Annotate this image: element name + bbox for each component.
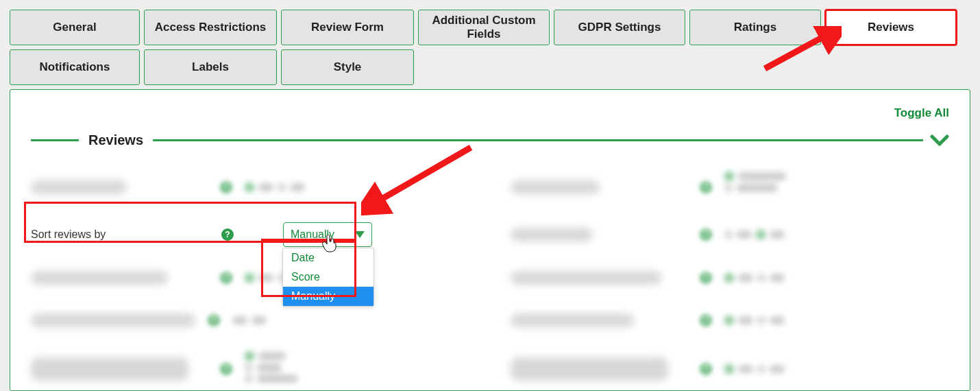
blurred-control [724, 313, 813, 328]
chevron-down-icon[interactable] [930, 134, 949, 147]
select-value: Manually [291, 228, 334, 241]
tab-reviews[interactable]: Reviews [825, 10, 957, 45]
dropdown-caret-icon [355, 231, 365, 238]
setting-row-blurred: ? [511, 266, 949, 289]
dropdown-list: DateScoreManually [282, 248, 374, 307]
sort-reviews-by-row: Sort reviews by ? Manually DateScoreManu… [31, 222, 469, 247]
blurred-label [511, 313, 634, 327]
help-icon: ? [208, 314, 220, 327]
tab-row-2: NotificationsLabelsStyle [10, 49, 970, 85]
help-icon: ? [700, 228, 712, 241]
tab-labels[interactable]: Labels [144, 49, 277, 85]
setting-row-blurred: ? [511, 171, 949, 203]
tab-row-1: GeneralAccess RestrictionsReview FormAdd… [10, 10, 970, 45]
setting-row-blurred: ? [511, 222, 949, 247]
tab-gdpr-settings[interactable]: GDPR Settings [554, 10, 685, 45]
tab-general[interactable]: General [10, 10, 140, 45]
setting-row-blurred: ? [31, 351, 469, 387]
blurred-control [232, 313, 321, 328]
toggle-all-label: Toggle All [894, 106, 949, 120]
help-icon: ? [700, 363, 712, 375]
tab-ratings[interactable]: Ratings [689, 10, 821, 45]
section-title: Reviews [79, 132, 153, 148]
help-icon: ? [700, 314, 712, 327]
setting-row-blurred: ? [31, 309, 469, 332]
blurred-label [31, 271, 168, 285]
blurred-label [31, 357, 188, 381]
blurred-control [245, 351, 334, 387]
settings-grid: ? ? Sort reviews by ? Manually Dat [31, 171, 949, 387]
help-icon: ? [700, 272, 712, 284]
setting-row-blurred: ? [511, 351, 949, 387]
blurred-control [724, 171, 813, 203]
blurred-label [511, 271, 661, 285]
blurred-label [511, 180, 600, 194]
tab-review-form[interactable]: Review Form [281, 10, 414, 45]
help-icon: ? [220, 181, 232, 193]
blurred-label [31, 313, 195, 327]
setting-row-blurred: ? [31, 266, 469, 289]
setting-row-blurred: ? [511, 309, 949, 332]
blurred-control [724, 270, 813, 285]
tab-additional-custom-fields[interactable]: Additional Custom Fields [418, 10, 550, 45]
help-icon[interactable]: ? [221, 228, 234, 241]
blurred-control [245, 180, 334, 195]
section-header: Reviews [31, 132, 949, 148]
help-icon: ? [220, 272, 232, 284]
dropdown-option-score[interactable]: Score [283, 268, 373, 287]
tabs-container: GeneralAccess RestrictionsReview FormAdd… [0, 0, 980, 85]
help-icon: ? [700, 181, 712, 193]
dropdown-option-manually[interactable]: Manually [283, 287, 373, 306]
blurred-control [724, 362, 813, 377]
help-icon: ? [220, 363, 232, 375]
tab-access-restrictions[interactable]: Access Restrictions [144, 10, 277, 45]
blurred-label [31, 180, 127, 194]
tab-notifications[interactable]: Notifications [10, 49, 140, 85]
setting-row-blurred: ? [31, 171, 469, 203]
settings-panel: Toggle All Reviews ? ? [10, 89, 970, 391]
divider-right [153, 139, 923, 141]
sort-reviews-by-label: Sort reviews by [31, 228, 209, 241]
blurred-control [724, 227, 813, 242]
toggle-all-button[interactable]: Toggle All [894, 106, 949, 120]
blurred-label [511, 357, 668, 381]
svg-marker-0 [355, 231, 365, 238]
sort-reviews-by-select[interactable]: Manually DateScoreManually [283, 222, 372, 247]
dropdown-option-date[interactable]: Date [283, 248, 373, 268]
blurred-label [511, 228, 593, 241]
divider-left [31, 139, 79, 141]
tab-style[interactable]: Style [281, 49, 414, 85]
